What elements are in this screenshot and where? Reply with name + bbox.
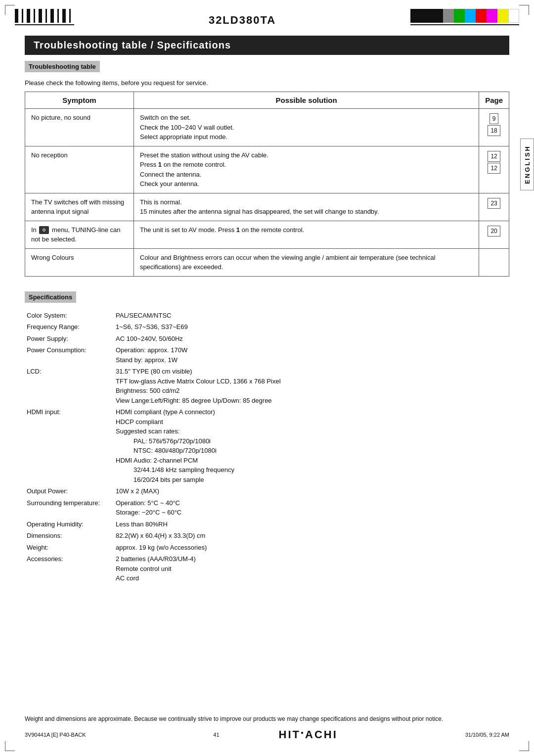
corner-mark-br [519,741,529,751]
solution-cell: The unit is set to AV mode. Press 1 on t… [134,221,479,248]
page-cell: 12 12 [479,146,509,193]
bar8 [57,9,59,23]
footer-bottom: 3V90441A [E] P40-BACK 41 HIT●ACHI 31/10/… [25,728,509,741]
gap1 [19,9,21,23]
color-red [476,9,487,23]
solution-cell: Colour and Brightness errors can occur w… [134,248,479,276]
section-heading: Troubleshooting table / Specifications [25,36,509,55]
spec-row: Output Power: 10W x 2 (MAX) [25,485,509,497]
spec-row: LCD: 31.5" TYPE (80 cm visible) TFT low-… [25,366,509,406]
color-white [508,9,519,23]
spec-label: Color System: [25,310,114,322]
corner-mark-tl [5,5,15,15]
spec-value: Less than 80%RH [114,519,509,530]
specs-subsection-wrapper: Specifications [25,291,509,307]
troubleshooting-subsection: Troubleshooting table [25,61,509,76]
table-row: The TV switches off with missing antenna… [25,193,509,221]
spec-label: LCD: [25,366,114,406]
spec-label: Weight: [25,542,114,554]
spec-row: Color System: PAL/SECAM/NTSC [25,310,509,322]
specs-table: Color System: PAL/SECAM/NTSC Frequency R… [25,310,509,584]
color-gray [443,9,454,23]
solution-cell: This is normal. 15 minutes after the ant… [134,193,479,221]
side-label-english: ENGLISH [520,139,534,190]
bar9 [62,9,66,23]
color-yellow [497,9,508,23]
page-box: 9 [490,113,499,124]
spec-value: Operation: 5°C ~ 40°CStorage: −20°C ~ 60… [114,497,509,519]
gap6 [48,9,49,23]
footer-right-text: 31/10/05, 9:22 AM [465,732,509,738]
spec-value: PAL/SECAM/NTSC [114,310,509,322]
spec-row: Power Supply: AC 100~240V, 50/60Hz [25,333,509,345]
bar2 [22,9,23,23]
bar4 [34,9,35,23]
footer-center: 41 HIT●ACHI [213,728,338,741]
color-green [454,9,465,23]
color-cyan [465,9,476,23]
bar1 [15,9,18,23]
footer-center-num: 41 [213,732,219,738]
spec-row: Weight: approx. 19 kg (w/o Accessories) [25,542,509,554]
gap8 [60,9,61,23]
table-row: Wrong Colours Colour and Brightness erro… [25,248,509,276]
col-header-solution: Possible solution [134,92,479,109]
spec-label: HDMI input: [25,406,114,485]
top-bar: 32LD380TA [0,0,534,36]
page-cell: 23 [479,193,509,221]
color-magenta [487,9,497,23]
tuning-icon: ⚙ [39,226,49,234]
symptom-cell: No picture, no sound [25,109,134,146]
spec-value: 10W x 2 (MAX) [114,485,509,497]
page-box: 12 [488,163,500,174]
barcode-line-left [15,24,74,25]
model-title: 32LD380TA [209,14,276,27]
col-header-symptom: Symptom [25,92,134,109]
color-black3 [432,9,443,23]
hitachi-logo: HIT●ACHI [279,728,338,741]
spec-row: Frequency Range: 1~S6, S7~S36, S37~E69 [25,321,509,333]
spec-label: Operating Humidity: [25,519,114,530]
bar10 [69,9,71,23]
spec-label: Power Consumption: [25,344,114,366]
page-cell: 20 [479,221,509,248]
intro-text: Please check the following items, before… [25,79,509,87]
right-header [410,9,519,25]
spec-value: 1~S6, S7~S36, S37~E69 [114,321,509,333]
spec-value: Operation: approx. 170WStand by: approx.… [114,344,509,366]
symptom-cell: No reception [25,146,134,193]
barcode-left [15,9,74,25]
color-black2 [421,9,432,23]
solution-cell: Preset the station without using the AV … [134,146,479,193]
spec-row: Operating Humidity: Less than 80%RH [25,519,509,530]
gap2 [24,9,26,23]
gap3 [31,9,33,23]
barcode-line-right [410,24,519,25]
spec-row: Surrounding temperature: Operation: 5°C … [25,497,509,519]
gap5 [43,9,44,23]
spec-label: Output Power: [25,485,114,497]
page-cell [479,248,509,276]
spec-row: Power Consumption: Operation: approx. 17… [25,344,509,366]
bar3 [27,9,30,23]
bar6 [45,9,47,23]
spec-label: Frequency Range: [25,321,114,333]
corner-mark-tr [519,5,529,15]
solution-cell: Switch on the set. Check the 100~240 V w… [134,109,479,146]
footer-left-text: 3V90441A [E] P40-BACK [25,732,86,738]
specs-subtitle: Specifications [25,291,76,303]
spec-row: HDMI input: HDMI compliant (type A conne… [25,406,509,485]
footer: Weight and dimensions are approximate. B… [25,714,509,741]
spec-row: Dimensions: 82.2(W) x 60.4(H) x 33.3(D) … [25,530,509,542]
spec-value: HDMI compliant (type A connector) HDCP c… [114,406,509,485]
color-blocks [410,9,519,23]
symptom-cell: In ⚙ menu, TUNING-line can not be select… [25,221,134,248]
spec-value: 82.2(W) x 60.4(H) x 33.3(D) cm [114,530,509,542]
gap9 [67,9,68,23]
spec-label: Surrounding temperature: [25,497,114,519]
spec-label: Dimensions: [25,530,114,542]
col-header-page: Page [479,92,509,109]
gap7 [55,9,56,23]
barcode-strips-left [15,9,74,23]
bar5 [39,9,42,23]
